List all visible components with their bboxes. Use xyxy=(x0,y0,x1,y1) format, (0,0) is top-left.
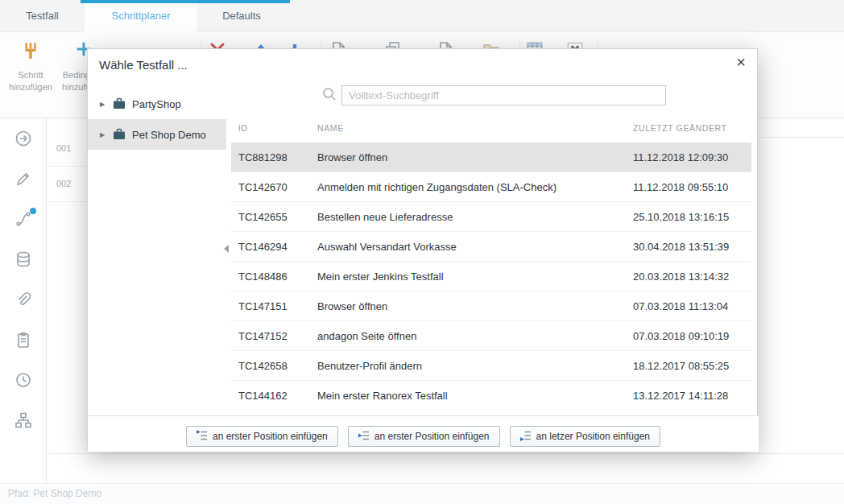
collapse-panel-icon[interactable] xyxy=(224,245,229,253)
testcase-name: Mein erster Jenkins Testfall xyxy=(317,262,444,291)
tree-item-label: Pet Shop Demo xyxy=(132,129,206,141)
path-label: Pfad: Pet Shop Demo xyxy=(8,488,101,499)
testcase-modified: 13.12.2017 14:11:28 xyxy=(633,381,728,403)
step-row-number: 002 xyxy=(56,179,82,188)
add-step-button[interactable]: Schritt hinzufügen xyxy=(5,36,56,114)
row-divider xyxy=(47,201,87,202)
tab-bar: Testfall Schrittplaner Defaults xyxy=(0,0,844,32)
briefcase-icon xyxy=(112,97,126,111)
testcase-id: TC147151 xyxy=(238,291,288,321)
sitemap-icon[interactable] xyxy=(14,411,33,430)
tree-item-pet-shop-demo[interactable]: ▶ Pet Shop Demo xyxy=(88,119,226,150)
insert-first-icon xyxy=(197,430,208,444)
search-input[interactable] xyxy=(341,85,666,105)
table-row[interactable]: TC147152 andagon Seite öffnen 07.03.2018… xyxy=(231,321,751,351)
history-clock-icon[interactable] xyxy=(14,370,33,390)
testcase-modified: 20.03.2018 13:14:32 xyxy=(633,262,729,291)
choose-testcase-dialog: Wähle Testfall ... × ▶ PartyShop ▶ Pet S… xyxy=(87,48,758,451)
button-label: an erster Position einfügen xyxy=(374,431,490,442)
tab-defaults[interactable]: Defaults xyxy=(197,0,286,32)
testcase-id: TC142655 xyxy=(238,202,288,232)
insert-middle-icon xyxy=(358,430,370,444)
insert-at-last-position-button[interactable]: an letzer Position einfügen xyxy=(510,426,660,447)
tree-item-label: PartyShop xyxy=(132,98,181,110)
button-label: an erster Position einfügen xyxy=(213,431,328,442)
row-divider xyxy=(47,166,87,167)
insert-at-first-position-button[interactable]: an erster Position einfügen xyxy=(186,426,338,447)
status-bar: Pfad: Pet Shop Demo xyxy=(0,483,844,504)
testcase-id: TC146294 xyxy=(238,232,288,262)
close-icon[interactable]: × xyxy=(736,54,746,70)
testcase-modified: 11.12.2018 12:09:30 xyxy=(633,143,728,172)
tab-testfall[interactable]: Testfall xyxy=(0,0,85,32)
dialog-footer: an erster Position einfügen an erster Po… xyxy=(88,415,759,452)
search-icon xyxy=(321,86,337,102)
edit-pencil-icon[interactable] xyxy=(14,169,33,188)
table-row[interactable]: TC148486 Mein erster Jenkins Testfall 20… xyxy=(231,262,751,291)
testcase-name: Anmelden mit richtigen Zugangsdaten (SLA… xyxy=(317,172,556,202)
testcase-name: Mein erster Ranorex Testfall xyxy=(317,381,448,403)
dialog-title: Wähle Testfall ... xyxy=(99,58,188,72)
active-tab-indicator xyxy=(81,0,290,3)
project-tree: ▶ PartyShop ▶ Pet Shop Demo xyxy=(88,81,226,452)
testcase-name: Bestellen neue Lieferadresse xyxy=(317,202,453,232)
paperclip-icon[interactable] xyxy=(14,290,33,309)
insert-at-first-position-button-2[interactable]: an erster Position einfügen xyxy=(348,426,500,447)
table-row[interactable]: TC146294 Auswahl Versandart Vorkasse 30.… xyxy=(231,232,751,262)
column-header-modified[interactable]: ZULETZT GEÄNDERT xyxy=(633,123,727,133)
testcase-modified: 25.10.2018 13:16:15 xyxy=(633,202,729,232)
tree-item-partyshop[interactable]: ▶ PartyShop xyxy=(88,89,226,119)
table-row[interactable]: TC144162 Mein erster Ranorex Testfall 13… xyxy=(231,381,751,403)
button-label: an letzer Position einfügen xyxy=(536,431,650,442)
column-header-id[interactable]: ID xyxy=(238,123,248,133)
testcase-id: TC881298 xyxy=(238,143,288,172)
column-header-name[interactable]: NAME xyxy=(317,123,344,133)
testcase-modified: 11.12.2018 09:55:10 xyxy=(633,172,728,202)
tab-schrittplaner[interactable]: Schrittplaner xyxy=(85,0,197,32)
database-icon[interactable] xyxy=(14,250,33,269)
chevron-right-icon[interactable]: ▶ xyxy=(100,131,105,138)
testcase-name: andagon Seite öffnen xyxy=(317,321,416,351)
briefcase-icon xyxy=(112,127,126,142)
notification-dot xyxy=(30,208,36,214)
table-row[interactable]: TC142658 Benutzer-Profil ändern 18.12.20… xyxy=(231,351,751,381)
testcase-modified: 30.04.2018 13:51:39 xyxy=(633,232,729,262)
table-row[interactable]: TC147151 Browser öffnen 07.03.2018 11:13… xyxy=(231,291,751,321)
testcase-name: Browser öffnen xyxy=(317,143,387,172)
testcase-modified: 18.12.2017 08:55:25 xyxy=(633,351,729,381)
left-icon-sidebar xyxy=(0,118,47,483)
testcase-modified: 07.03.2018 11:13:04 xyxy=(633,291,728,321)
step-row-number: 001 xyxy=(56,143,82,153)
testcase-id: TC142670 xyxy=(238,172,288,202)
background-header-line xyxy=(758,137,844,138)
run-arrow-icon[interactable] xyxy=(14,129,33,148)
insert-last-icon xyxy=(520,430,532,444)
testcase-name: Auswahl Versandart Vorkasse xyxy=(317,232,457,262)
testcase-table: TC881298 Browser öffnen 11.12.2018 12:09… xyxy=(231,143,751,403)
testcase-name: Benutzer-Profil ändern xyxy=(317,351,422,381)
testcase-modified: 07.03.2018 09:10:19 xyxy=(633,321,729,351)
content-bottom-line xyxy=(47,453,844,454)
table-row[interactable]: TC142655 Bestellen neue Lieferadresse 25… xyxy=(231,202,751,232)
testcase-id: TC144162 xyxy=(238,381,288,403)
testcase-id: TC148486 xyxy=(238,262,288,291)
pitchfork-icon xyxy=(20,40,41,64)
clipboard-icon[interactable] xyxy=(14,330,33,349)
testcase-id: TC142658 xyxy=(238,351,288,381)
add-step-label: Schritt hinzufügen xyxy=(6,69,56,93)
table-row[interactable]: TC142670 Anmelden mit richtigen Zugangsd… xyxy=(231,172,751,202)
testcase-name: Browser öffnen xyxy=(317,291,387,321)
testcase-id: TC147152 xyxy=(238,321,288,351)
chevron-right-icon[interactable]: ▶ xyxy=(100,101,105,108)
table-row[interactable]: TC881298 Browser öffnen 11.12.2018 12:09… xyxy=(231,143,751,172)
